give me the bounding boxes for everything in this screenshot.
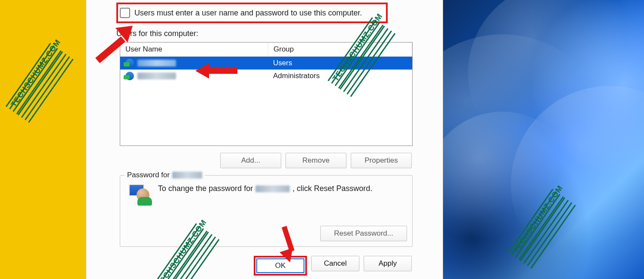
redacted-username — [137, 73, 176, 79]
password-instructions: To change the password for , click Reset… — [158, 184, 372, 193]
user-icon — [125, 72, 134, 80]
add-button[interactable]: Add... — [220, 153, 281, 168]
column-group[interactable]: Group — [268, 42, 412, 56]
users-list[interactable]: User Name Group Users Administrators — [120, 42, 413, 146]
redacted-username — [172, 172, 202, 179]
reset-password-button[interactable]: Reset Password... — [320, 226, 407, 241]
require-password-label: Users must enter a user name and passwor… — [134, 9, 362, 18]
user-key-icon — [129, 184, 150, 204]
properties-button[interactable]: Properties — [351, 153, 412, 168]
annotation-highlight-ok: OK — [254, 256, 307, 276]
password-groupbox: Password for To change the password for … — [120, 175, 413, 247]
column-user-name[interactable]: User Name — [120, 42, 268, 56]
user-accounts-dialog: Users must enter a user name and passwor… — [86, 0, 443, 279]
ok-button[interactable]: OK — [256, 258, 304, 273]
remove-button[interactable]: Remove — [286, 153, 346, 168]
apply-button[interactable]: Apply — [364, 256, 412, 271]
users-list-label: Users for this computer: — [116, 29, 198, 38]
require-password-checkbox[interactable] — [120, 8, 130, 18]
password-legend-prefix: Password for — [127, 171, 170, 179]
dialog-button-bar: OK Cancel Apply — [120, 256, 412, 276]
password-text-after: , click Reset Password. — [292, 184, 372, 193]
password-text-before: To change the password for — [158, 184, 253, 193]
password-groupbox-legend: Password for — [125, 171, 205, 179]
desktop-wallpaper — [442, 0, 644, 279]
redacted-username — [137, 60, 176, 67]
user-row-group: Administrators — [268, 72, 412, 80]
user-icon — [125, 59, 134, 67]
watermark: TECHSCHUMZ.COM — [9, 38, 62, 109]
cancel-button[interactable]: Cancel — [311, 256, 359, 271]
user-list-buttons: Add... Remove Properties — [120, 153, 412, 168]
require-password-row[interactable]: Users must enter a user name and passwor… — [120, 7, 362, 19]
redacted-username — [255, 185, 290, 192]
user-row-group: Users — [268, 59, 412, 67]
users-list-header: User Name Group — [120, 42, 412, 57]
user-row-selected[interactable]: Users — [120, 57, 412, 70]
watermark-text: TECHSCHUMZ.COM — [9, 38, 62, 109]
user-row[interactable]: Administrators — [120, 70, 412, 82]
